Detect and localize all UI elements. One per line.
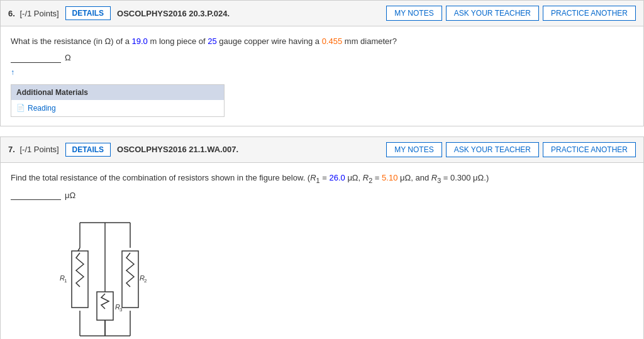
question-7-body: Find the total resistance of the combina… [1,163,643,340]
q6-add-mat-header: Additional Materials [11,85,224,100]
q6-reading-icon: 📄 [16,104,25,112]
question-7: 7. [-/1 Points] DETAILS OSCOLPHYS2016 21… [0,136,644,340]
question-6-body: What is the resistance (in Ω) of a 19.0 … [1,26,643,126]
q6-unit: Ω [65,53,71,62]
question-6: 6. [-/1 Points] DETAILS OSCOLPHYS2016 20… [0,0,644,126]
r1-box [72,251,88,308]
q7-details-button[interactable]: DETAILS [65,143,111,157]
q6-up-arrow[interactable]: ↑ [11,68,633,77]
q6-practice-another-button[interactable]: PRACTICE ANOTHER [543,6,636,21]
q7-practice-another-button[interactable]: PRACTICE ANOTHER [543,142,636,157]
q7-r2-val: 5.10 [382,173,397,182]
question-6-header: 6. [-/1 Points] DETAILS OSCOLPHYS2016 20… [1,1,643,26]
q6-add-mat-body: 📄 Reading [11,100,224,116]
q6-val1: 19.0 [132,36,148,46]
q7-ask-teacher-button[interactable]: ASK YOUR TEACHER [446,142,539,157]
q6-ask-teacher-button[interactable]: ASK YOUR TEACHER [446,6,539,21]
q6-answer-input[interactable] [11,53,61,63]
r2-box [122,251,138,308]
q7-answer-line: μΩ [11,190,633,200]
q7-points: [-/1 Points] [19,145,58,154]
q6-reading-link[interactable]: 📄 Reading [16,104,219,113]
r2-sublabel: 2 [144,278,147,284]
r3-sublabel: 3 [119,307,123,313]
q6-my-notes-button[interactable]: MY NOTES [386,6,441,21]
q6-val3: 0.455 [322,36,343,46]
q7-question-text: Find the total resistance of the combina… [11,172,633,186]
q6-header-buttons: MY NOTES ASK YOUR TEACHER PRACTICE ANOTH… [386,6,636,21]
q6-reading-label: Reading [28,104,56,113]
q7-header-buttons: MY NOTES ASK YOUR TEACHER PRACTICE ANOTH… [386,142,636,157]
q6-code: OSCOLPHYS2016 20.3.P.024. [117,9,380,18]
r3-box [97,292,113,320]
q6-answer-line: Ω [11,53,633,63]
q7-num: 7. [8,145,15,154]
q6-num: 6. [8,9,15,18]
r1-sublabel: 1 [64,278,67,284]
q6-question-text: What is the resistance (in Ω) of a 19.0 … [11,35,633,48]
q6-additional-materials: Additional Materials 📄 Reading [11,84,225,117]
q6-details-button[interactable]: DETAILS [65,6,111,20]
question-6-number: 6. [-/1 Points] [8,9,59,18]
q7-my-notes-button[interactable]: MY NOTES [386,142,441,157]
q6-points: [-/1 Points] [19,9,58,18]
q7-answer-input[interactable] [11,190,61,200]
q7-r1-val: 26.0 [329,173,345,182]
q7-code: OSCOLPHYS2016 21.1.WA.007. [117,145,380,154]
q7-unit: μΩ [65,191,75,200]
circuit-svg: R 1 R 2 R 3 [48,210,162,339]
q6-val2: 25 [208,36,216,46]
question-7-header: 7. [-/1 Points] DETAILS OSCOLPHYS2016 21… [1,137,643,163]
q7-circuit-diagram: R 1 R 2 R 3 [11,210,633,339]
question-7-number: 7. [-/1 Points] [8,145,59,154]
